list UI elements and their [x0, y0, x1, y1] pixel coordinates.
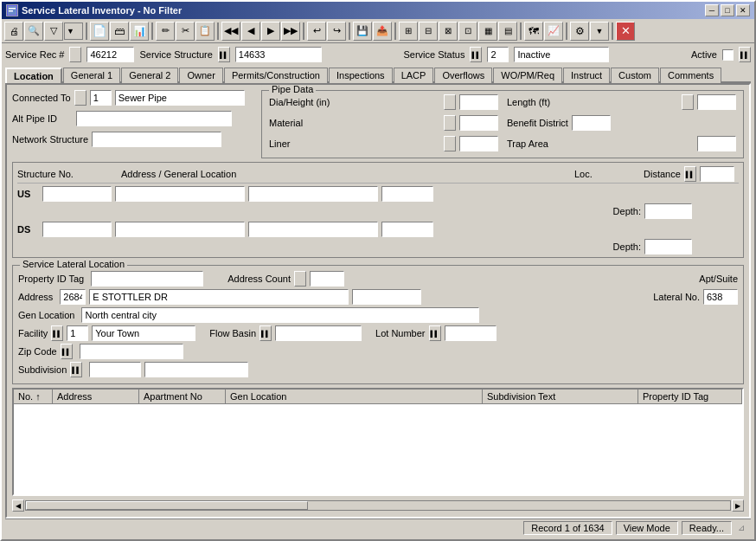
toolbar-grid6[interactable]: ▤: [498, 22, 517, 41]
connected-to-type[interactable]: [115, 90, 245, 106]
tab-comments[interactable]: Comments: [660, 68, 721, 83]
tab-owner[interactable]: Owner: [179, 68, 222, 83]
tab-general1[interactable]: General 1: [63, 68, 120, 83]
benefit-district-input[interactable]: [572, 115, 611, 131]
depth1-input[interactable]: [644, 203, 692, 219]
depth2-input[interactable]: [644, 239, 692, 254]
us-address1[interactable]: [115, 186, 245, 202]
lateral-no-input[interactable]: [703, 289, 738, 305]
tab-wopm[interactable]: WO/PM/Req: [493, 68, 562, 83]
flow-basin-icon-btn[interactable]: ▌▌: [259, 325, 272, 341]
toolbar-filter[interactable]: ▽: [44, 22, 63, 41]
us-loc[interactable]: [381, 186, 433, 202]
service-structure-input[interactable]: [235, 47, 322, 62]
toolbar-grid2[interactable]: ⊟: [419, 22, 438, 41]
scroll-track[interactable]: [25, 500, 731, 511]
toolbar-undo[interactable]: ↩: [307, 22, 326, 41]
col-header-address[interactable]: Address: [53, 390, 139, 403]
toolbar-nav-prev[interactable]: ◀: [241, 22, 260, 41]
toolbar-grid4[interactable]: ⊡: [458, 22, 477, 41]
length-input[interactable]: [697, 94, 736, 110]
toolbar-redo[interactable]: ↪: [327, 22, 346, 41]
tab-location[interactable]: Location: [5, 68, 62, 83]
material-icon[interactable]: [444, 115, 456, 131]
connected-to-num[interactable]: [90, 90, 112, 106]
toolbar-nav-first[interactable]: ◀◀: [221, 22, 240, 41]
network-structure-input[interactable]: [92, 132, 221, 147]
resize-grip[interactable]: ⊿: [735, 522, 747, 534]
col-header-subdiv[interactable]: Subdivision Text: [483, 390, 638, 403]
toolbar-search[interactable]: 🔍: [24, 22, 43, 41]
zip-code-input[interactable]: [80, 344, 183, 359]
trap-area-input[interactable]: [697, 136, 736, 151]
toolbar-upload[interactable]: 📤: [373, 22, 392, 41]
toolbar-pencil[interactable]: ✏: [156, 22, 175, 41]
service-rec-icon-btn[interactable]: [69, 47, 81, 62]
connected-to-icon-btn[interactable]: [74, 90, 86, 106]
toolbar-save[interactable]: 💾: [353, 22, 372, 41]
liner-icon[interactable]: [444, 136, 456, 151]
ds-address1[interactable]: [115, 222, 245, 237]
service-status-num-input[interactable]: [487, 47, 509, 62]
us-struct-no[interactable]: [42, 186, 112, 202]
material-input[interactable]: [459, 115, 498, 131]
col-header-apt[interactable]: Apartment No: [139, 390, 226, 403]
dia-height-icon[interactable]: [444, 94, 456, 110]
facility-value-input[interactable]: [92, 325, 195, 341]
toolbar-settings[interactable]: ⚙: [570, 22, 589, 41]
minimize-button[interactable]: ─: [705, 4, 719, 16]
distance-icon-btn[interactable]: ▌▌: [684, 166, 696, 182]
address-num-input[interactable]: [60, 289, 86, 305]
lot-number-icon-btn[interactable]: ▌▌: [429, 325, 441, 341]
subdivision-code-input[interactable]: [89, 362, 141, 377]
dia-height-input[interactable]: [459, 94, 498, 110]
flow-basin-input[interactable]: [275, 325, 362, 341]
toolbar-chart[interactable]: 📈: [544, 22, 563, 41]
toolbar-grid1[interactable]: ⊞: [399, 22, 418, 41]
toolbar-grid5[interactable]: ▦: [478, 22, 497, 41]
distance-input[interactable]: [700, 166, 734, 182]
col-header-genloc[interactable]: Gen Location: [226, 390, 483, 403]
maximize-button[interactable]: □: [721, 4, 734, 16]
tab-custom[interactable]: Custom: [611, 68, 659, 83]
toolbar-nav-next[interactable]: ▶: [261, 22, 280, 41]
gen-location-input[interactable]: [81, 307, 479, 323]
tab-overflows[interactable]: Overflows: [434, 68, 492, 83]
facility-num-input[interactable]: [67, 325, 88, 341]
ds-loc[interactable]: [381, 222, 433, 237]
toolbar-dropdown2[interactable]: ▼: [590, 22, 609, 41]
address-street-input[interactable]: [89, 289, 349, 305]
toolbar-print[interactable]: 🖨: [4, 22, 23, 41]
scroll-right-btn[interactable]: ▶: [732, 499, 744, 512]
ds-address2[interactable]: [248, 222, 378, 237]
subdivision-name-input[interactable]: [144, 362, 248, 377]
close-button[interactable]: ✕: [736, 4, 750, 16]
subdivision-icon-btn[interactable]: ▌▌: [70, 362, 82, 377]
toolbar-filter-dropdown[interactable]: ▼: [64, 23, 83, 40]
col-header-no[interactable]: No. ↑: [14, 390, 53, 403]
address-count-input[interactable]: [310, 271, 344, 287]
toolbar-grid3[interactable]: ⊠: [439, 22, 458, 41]
property-id-tag-input[interactable]: [91, 271, 203, 287]
toolbar-map[interactable]: 🗺: [524, 22, 543, 41]
toolbar-btn2[interactable]: 📄: [90, 22, 109, 41]
service-status-value-input[interactable]: [514, 47, 609, 62]
toolbar-nav-last[interactable]: ▶▶: [281, 22, 300, 41]
address-count-icon[interactable]: [294, 271, 306, 287]
service-structure-icon-btn[interactable]: ▌▌: [218, 47, 230, 62]
ds-struct-no[interactable]: [42, 222, 112, 237]
service-status-icon-btn[interactable]: ▌▌: [470, 47, 482, 62]
col-header-propid[interactable]: Property ID Tag: [638, 390, 742, 403]
toolbar-btn4[interactable]: 📊: [130, 22, 149, 41]
lot-number-input[interactable]: [445, 325, 497, 341]
toolbar-copy[interactable]: 📋: [195, 22, 215, 41]
tab-instruct[interactable]: Instruct: [563, 68, 610, 83]
liner-input[interactable]: [459, 136, 498, 151]
toolbar-scissors[interactable]: ✂: [176, 22, 195, 41]
scroll-thumb[interactable]: [26, 501, 308, 510]
length-icon[interactable]: [682, 94, 694, 110]
apt-suite-input[interactable]: [352, 289, 421, 305]
facility-icon-btn[interactable]: ▌▌: [51, 325, 63, 341]
us-address2[interactable]: [248, 186, 378, 202]
service-rec-input[interactable]: [86, 47, 134, 62]
